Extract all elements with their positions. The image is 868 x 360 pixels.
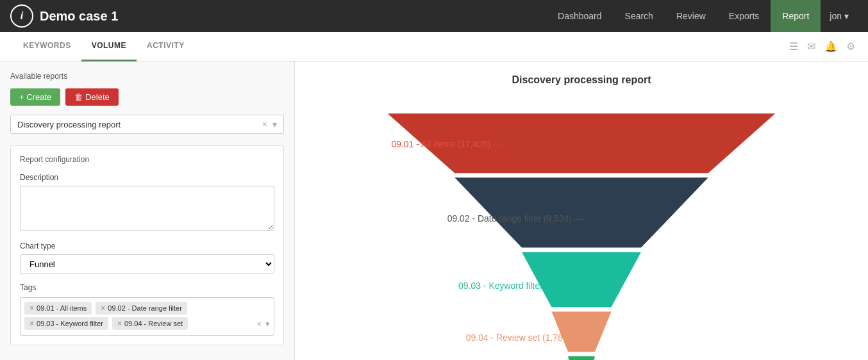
- tags-row-2: × 09.03 - Keyword filter × 09.04 - Revie…: [24, 317, 270, 330]
- tabs-bar: KEYWORDS VOLUME ACTIVITY ☰ ✉ 🔔 ⚙: [0, 32, 868, 61]
- description-label: Description: [20, 173, 274, 182]
- tab-keywords[interactable]: KEYWORDS: [13, 32, 81, 61]
- main-layout: Available reports + Create 🗑 Delete Disc…: [0, 61, 868, 360]
- funnel-svg: 09.01 - All items (17,428) — 09.02 - Dat…: [321, 99, 842, 360]
- funnel-chart: 09.01 - All items (17,428) — 09.02 - Dat…: [321, 99, 842, 360]
- config-title: Report configuration: [20, 155, 274, 164]
- logo-area: i Demo case 1: [10, 4, 118, 28]
- username-label: jon: [830, 11, 842, 21]
- user-dropdown-icon: ▾: [844, 11, 849, 21]
- tag-date-range: × 09.02 - Date range filter: [96, 302, 187, 315]
- trash-icon: 🗑: [74, 92, 83, 102]
- nav-review[interactable]: Review: [665, 0, 717, 32]
- bell-icon[interactable]: 🔔: [824, 40, 837, 53]
- user-menu[interactable]: jon ▾: [821, 0, 858, 32]
- tag-x-3[interactable]: ×: [29, 319, 34, 328]
- funnel-label-2: 09.02 - Date range filter (8,534) —: [447, 213, 583, 224]
- sidebar: Available reports + Create 🗑 Delete Disc…: [0, 61, 295, 360]
- tag-x-2[interactable]: ×: [101, 304, 105, 313]
- tag-x-1[interactable]: ×: [29, 304, 34, 313]
- tab-volume[interactable]: VOLUME: [81, 32, 137, 61]
- chart-type-select[interactable]: Funnel Bar Line Pie: [20, 254, 274, 274]
- config-section: Report configuration Description Chart t…: [10, 145, 284, 345]
- app-title: Demo case 1: [40, 9, 118, 24]
- tags-row-1: × 09.01 - All items × 09.02 - Date range…: [24, 302, 270, 315]
- email-icon[interactable]: ✉: [807, 40, 815, 53]
- tab-activity[interactable]: ACTIVITY: [137, 32, 195, 61]
- chart-area: Discovery processing report 09.01 - All …: [295, 61, 868, 360]
- nav-exports[interactable]: Exports: [717, 0, 771, 32]
- list-icon[interactable]: ☰: [789, 40, 798, 53]
- tags-area: × 09.01 - All items × 09.02 - Date range…: [20, 297, 274, 336]
- tag-label-1: 09.01 - All items: [37, 304, 87, 312]
- report-select[interactable]: Discovery processing report × ▾: [10, 115, 284, 134]
- funnel-label-4: 09.04 - Review set (1,784) —: [466, 332, 582, 343]
- report-select-value: Discovery processing report: [17, 120, 262, 129]
- header: i Demo case 1 Dashboard Search Review Ex…: [0, 0, 868, 32]
- chart-title: Discovery processing report: [512, 74, 651, 86]
- create-button[interactable]: + Create: [10, 88, 60, 106]
- nav-report[interactable]: Report: [771, 0, 821, 32]
- tags-label: Tags: [20, 283, 274, 292]
- toolbar-icons: ☰ ✉ 🔔 ⚙: [789, 40, 855, 53]
- funnel-label-3: 09.03 - Keyword filter (4,082) —: [458, 281, 585, 291]
- chart-type-label: Chart type: [20, 241, 274, 250]
- funnel-label-1: 09.01 - All items (17,428) —: [391, 139, 502, 149]
- description-textarea[interactable]: [20, 186, 274, 231]
- tag-review-set: × 09.04 - Review set: [112, 317, 188, 330]
- tag-label-2: 09.02 - Date range filter: [108, 304, 182, 312]
- nav-dashboard[interactable]: Dashboard: [546, 0, 613, 32]
- settings-icon[interactable]: ⚙: [846, 40, 855, 53]
- tag-label-4: 09.04 - Review set: [124, 320, 183, 327]
- available-reports-label: Available reports: [10, 72, 284, 81]
- tags-dropdown-icon[interactable]: ▾: [265, 319, 270, 329]
- delete-label: Delete: [85, 92, 110, 102]
- chevron-down-icon[interactable]: ▾: [272, 119, 277, 129]
- funnel-segment-5: [568, 356, 595, 360]
- tags-close-icon[interactable]: ×: [256, 319, 262, 329]
- tag-x-4[interactable]: ×: [117, 319, 122, 328]
- tag-label-3: 09.03 - Keyword filter: [37, 320, 103, 327]
- tag-all-items: × 09.01 - All items: [24, 302, 92, 315]
- report-actions: + Create 🗑 Delete: [10, 88, 284, 106]
- report-select-controls: × ▾: [262, 119, 277, 129]
- delete-button[interactable]: 🗑 Delete: [65, 88, 119, 106]
- logo-icon: i: [10, 4, 33, 28]
- nav-search[interactable]: Search: [613, 0, 665, 32]
- main-nav: Dashboard Search Review Exports Report j…: [546, 0, 858, 32]
- tag-keyword-filter: × 09.03 - Keyword filter: [24, 317, 108, 330]
- clear-icon[interactable]: ×: [262, 119, 267, 129]
